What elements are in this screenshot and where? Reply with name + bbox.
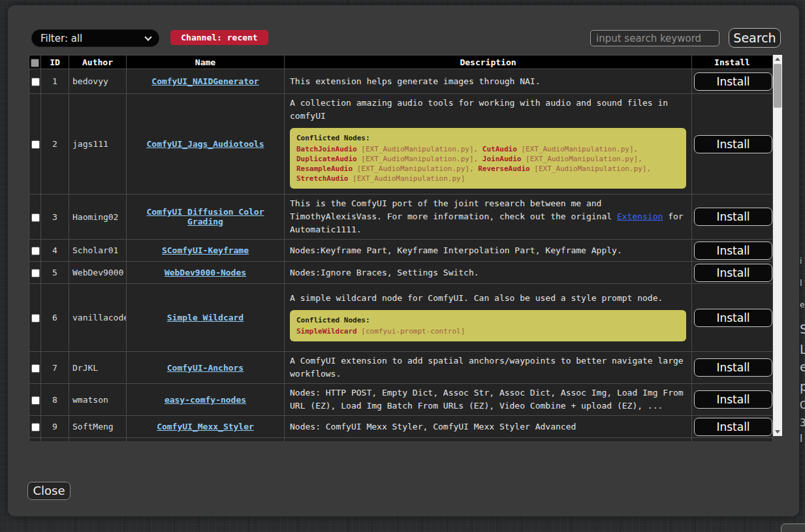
row-id: 5 xyxy=(41,262,69,284)
scroll-up-button[interactable] xyxy=(773,55,782,63)
conflict-title: Conflicted Nodes: xyxy=(296,315,680,325)
table-row: 3 Haoming02 ComfyUI Diffusion Color Grad… xyxy=(29,195,773,240)
row-author: WebDev9000 xyxy=(69,262,127,284)
select-all-checkbox[interactable] xyxy=(31,59,39,67)
row-description: A simple wildcard node for ComfyUI. Can … xyxy=(290,292,686,305)
row-checkbox[interactable] xyxy=(31,247,40,255)
extension-name-link[interactable]: ComfyUI_Jags_Audiotools xyxy=(146,139,264,149)
row-checkbox[interactable] xyxy=(31,423,40,431)
extension-name-link[interactable]: SComfyUI-Keyframe xyxy=(162,245,249,255)
channel-button[interactable]: Channel: recent xyxy=(170,30,268,45)
search-button[interactable]: Search xyxy=(729,28,781,48)
table-row: 2 jags111 ComfyUI_Jags_Audiotools A coll… xyxy=(29,94,773,195)
filter-select[interactable]: Filter: all xyxy=(31,29,159,47)
table-row: 8 wmatson easy-comfy-nodes Nodes: HTTP P… xyxy=(29,384,773,416)
extension-name-link[interactable]: ComfyUI_Mexx_Styler xyxy=(157,422,254,431)
row-id: 9 xyxy=(41,416,69,438)
filter-select-wrap: Filter: all xyxy=(31,29,159,47)
row-id: 8 xyxy=(41,384,69,416)
table-row: 9 SoftMeng ComfyUI_Mexx_Styler Nodes: Co… xyxy=(29,416,773,438)
row-checkbox[interactable] xyxy=(31,78,40,86)
install-button[interactable]: Install xyxy=(694,264,772,282)
close-button[interactable]: Close xyxy=(27,482,71,500)
row-id: 6 xyxy=(41,284,69,352)
row-id: 10 xyxy=(41,438,69,442)
row-id: 3 xyxy=(41,195,69,240)
install-button[interactable]: Install xyxy=(694,390,772,409)
row-author: SoftMeng xyxy=(69,416,127,438)
arrow-up-icon xyxy=(775,57,780,61)
row-description: Nodes:Ignore Braces, Settings Switch. xyxy=(285,262,692,284)
install-button[interactable]: Install xyxy=(694,358,772,377)
row-author: vanillacode… xyxy=(69,284,127,352)
row-author: Scholar01 xyxy=(69,240,127,262)
conflict-items: BatchJoinAudio [EXT_AudioManipulation.py… xyxy=(296,144,680,183)
row-description: This extension helps generate images thr… xyxy=(285,69,692,94)
extension-name-link[interactable]: Simple Wildcard xyxy=(167,313,244,322)
row-checkbox[interactable] xyxy=(31,396,40,405)
extension-name-link[interactable]: easy-comfy-nodes xyxy=(165,395,246,405)
select-all-header xyxy=(29,55,41,69)
header-description: Description xyxy=(285,55,692,69)
background-partial-button xyxy=(781,524,805,532)
install-button[interactable]: Install xyxy=(694,72,772,91)
conflict-warning-box: Conflicted Nodes: SimpleWildcard [comfyu… xyxy=(290,310,686,341)
install-button[interactable]: Install xyxy=(694,309,772,327)
extension-name-link[interactable]: ComfyUI Diffusion Color Grading xyxy=(146,207,264,227)
row-author: Haoming02 xyxy=(69,195,127,240)
row-id: 4 xyxy=(41,240,69,262)
background-ui-edge: i l e S L e p C 3 l xyxy=(799,0,805,532)
row-id: 1 xyxy=(41,69,69,94)
row-description: Nodes: Yolov8Detection, Yolov8Segmentati… xyxy=(285,438,692,442)
header-author: Author xyxy=(69,55,127,69)
row-checkbox[interactable] xyxy=(31,269,40,277)
row-id: 2 xyxy=(41,94,69,195)
table-row: 4 Scholar01 SComfyUI-Keyframe Nodes:Keyf… xyxy=(29,240,773,262)
row-author: bedovyy xyxy=(69,69,127,94)
conflict-items: SimpleWildcard [comfyui-prompt-control] xyxy=(296,326,680,336)
conflict-title: Conflicted Nodes: xyxy=(296,133,680,143)
row-author: wmatson xyxy=(69,384,127,416)
row-author: DrJKL xyxy=(69,352,127,384)
table-header-row: ID Author Name Description Install xyxy=(29,55,773,69)
row-checkbox[interactable] xyxy=(31,314,40,322)
scroll-down-button[interactable] xyxy=(773,428,782,436)
extension-name-link[interactable]: ComfyUI-Anchors xyxy=(167,363,244,373)
arrow-down-icon xyxy=(775,430,780,433)
table-scrollbar[interactable] xyxy=(773,55,782,436)
row-description: This is the ComfyUI port of the joint re… xyxy=(285,195,692,240)
row-description: Nodes: ComfyUI Mexx Styler, ComfyUI Mexx… xyxy=(285,416,692,438)
search-input[interactable] xyxy=(590,30,719,46)
install-button[interactable]: Install xyxy=(694,242,772,260)
table-row: 6 vanillacode… Simple Wildcard A simple … xyxy=(29,284,773,352)
header-name: Name xyxy=(127,55,285,69)
extensions-table: ID Author Name Description Install 1 bed… xyxy=(29,55,773,441)
row-checkbox[interactable] xyxy=(31,213,40,222)
extensions-table-area: ID Author Name Description Install 1 bed… xyxy=(29,55,783,441)
custom-nodes-manager-dialog: Filter: all Channel: recent Search ID Au… xyxy=(8,5,799,516)
row-description: A ComfyUI extension to add spatial ancho… xyxy=(285,352,692,384)
conflict-warning-box: Conflicted Nodes: BatchJoinAudio [EXT_Au… xyxy=(290,128,686,189)
table-row: 10 zcfrank1st ComfyUI Yolov8 Nodes: Yolo… xyxy=(29,438,773,442)
install-button[interactable]: Install xyxy=(694,135,772,153)
table-row: 1 bedovyy ComfyUI_NAIDGenerator This ext… xyxy=(29,69,773,94)
install-button[interactable]: Install xyxy=(694,418,772,436)
row-checkbox[interactable] xyxy=(31,364,40,373)
row-author: jags111 xyxy=(69,94,127,195)
row-description: Nodes:Keyframe Part, Keyframe Interpolat… xyxy=(285,240,692,262)
header-install: Install xyxy=(692,55,773,69)
extension-name-link[interactable]: ComfyUI_NAIDGenerator xyxy=(151,76,259,86)
row-checkbox[interactable] xyxy=(31,140,40,149)
extension-hyperlink[interactable]: Extension xyxy=(617,211,663,221)
header-id: ID xyxy=(41,55,69,69)
row-description: Nodes: HTTP POST, Empty Dict, Assoc Str,… xyxy=(285,384,692,416)
scrollbar-thumb[interactable] xyxy=(774,64,781,108)
row-id: 7 xyxy=(41,352,69,384)
table-row: 5 WebDev9000 WebDev9000-Nodes Nodes:Igno… xyxy=(29,262,773,284)
extension-name-link[interactable]: WebDev9000-Nodes xyxy=(165,268,246,277)
table-row: 7 DrJKL ComfyUI-Anchors A ComfyUI extens… xyxy=(29,352,773,384)
install-button[interactable]: Install xyxy=(694,208,772,226)
row-author: zcfrank1st xyxy=(69,438,127,442)
row-description: A collection amazing audio tools for wor… xyxy=(290,97,686,123)
